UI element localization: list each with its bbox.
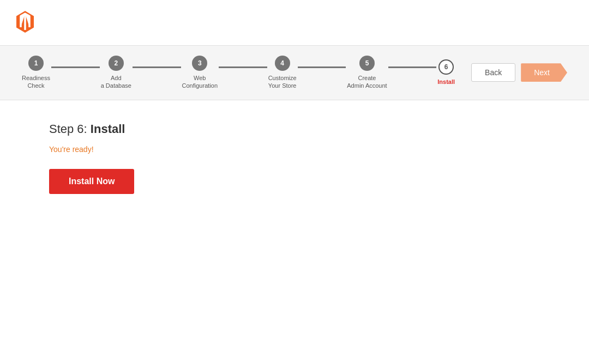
step-1-label: ReadinessCheck	[22, 74, 50, 90]
step-2-label: Adda Database	[101, 74, 131, 90]
step-4-circle: 4	[275, 56, 290, 71]
magento-logo	[13, 10, 37, 34]
line-5-6	[388, 66, 437, 68]
step-1-circle: 1	[28, 56, 44, 71]
main-content: Step 6: Install You're ready! Install No…	[0, 100, 589, 216]
step-6-label: Install	[437, 78, 455, 86]
step-1: 1 ReadinessCheck	[22, 56, 50, 90]
step-prefix: Step 6:	[49, 122, 91, 136]
line-4-5	[298, 66, 346, 68]
step-title: Install	[91, 122, 125, 136]
install-now-button[interactable]: Install Now	[49, 169, 134, 194]
step-6-circle: 6	[438, 59, 454, 75]
step-3: 3 WebConfiguration	[182, 56, 218, 90]
step-heading: Step 6: Install	[49, 122, 540, 136]
wizard-bar: 1 ReadinessCheck 2 Adda Database 3 WebCo…	[0, 45, 589, 100]
line-1-2	[51, 66, 100, 68]
wizard-buttons: Back Next	[471, 63, 567, 82]
line-3-4	[219, 66, 267, 68]
step-2: 2 Adda Database	[101, 56, 131, 90]
step-6: 6 Install	[437, 59, 455, 86]
back-button[interactable]: Back	[471, 63, 515, 82]
step-2-circle: 2	[109, 56, 124, 71]
step-5: 5 CreateAdmin Account	[347, 56, 387, 90]
step-3-circle: 3	[192, 56, 207, 71]
step-5-label: CreateAdmin Account	[347, 74, 387, 90]
step-5-circle: 5	[359, 56, 375, 71]
ready-text: You're ready!	[49, 145, 540, 154]
step-3-label: WebConfiguration	[182, 74, 218, 90]
step-4: 4 CustomizeYour Store	[268, 56, 297, 90]
line-2-3	[133, 66, 181, 68]
next-button[interactable]: Next	[521, 63, 567, 82]
steps-container: 1 ReadinessCheck 2 Adda Database 3 WebCo…	[22, 56, 455, 90]
step-4-label: CustomizeYour Store	[268, 74, 297, 90]
header	[0, 0, 589, 45]
